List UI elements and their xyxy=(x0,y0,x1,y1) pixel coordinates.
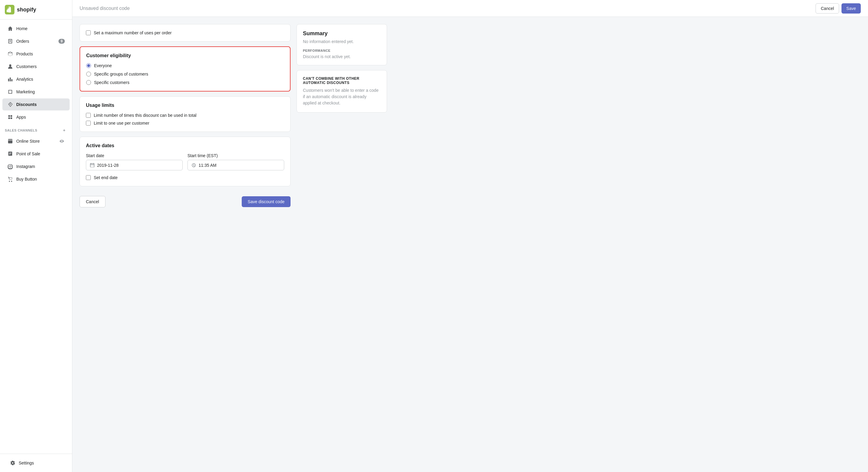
main-form: Set a maximum number of uses per order C… xyxy=(80,24,290,465)
sidebar-item-label: Discounts xyxy=(16,102,65,107)
limit-per-customer-row: Limit to one use per customer xyxy=(86,121,284,126)
eligibility-customers-label[interactable]: Specific customers xyxy=(94,80,129,85)
sidebar-item-customers[interactable]: Customers xyxy=(2,61,70,72)
sidebar-item-discounts[interactable]: Discounts xyxy=(2,98,70,110)
bottom-cancel-button[interactable]: Cancel xyxy=(80,196,105,207)
analytics-icon xyxy=(7,76,13,82)
customer-eligibility-card: Customer eligibility Everyone Specific g… xyxy=(80,46,290,92)
start-time-label: Start time (EST) xyxy=(187,153,284,158)
sidebar-item-label: Home xyxy=(16,26,65,31)
logo-text: shopify xyxy=(17,7,36,13)
sidebar-item-label: Online Store xyxy=(16,139,56,144)
sidebar-item-apps[interactable]: Apps xyxy=(2,111,70,123)
point-of-sale-icon xyxy=(7,151,13,157)
eligibility-specific-customers-radio[interactable] xyxy=(86,80,91,85)
eligibility-groups-row: Specific groups of customers xyxy=(86,72,284,76)
bottom-actions: Cancel Save discount code xyxy=(80,191,290,212)
sidebar-item-label: Products xyxy=(16,52,65,56)
sidebar-item-settings[interactable]: Settings xyxy=(5,457,67,469)
shopify-logo-icon xyxy=(5,5,14,14)
main-content-area: Unsaved discount code Cancel Save Set a … xyxy=(72,0,868,472)
sidebar-item-online-store[interactable]: Online Store xyxy=(2,135,70,147)
sidebar-item-point-of-sale[interactable]: Point of Sale xyxy=(2,148,70,160)
sidebar-item-label: Orders xyxy=(16,39,56,44)
apps-icon xyxy=(7,114,13,120)
start-date-field: Start date xyxy=(86,153,183,170)
sidebar-item-label: Customers xyxy=(16,64,65,69)
content-wrapper: Set a maximum number of uses per order C… xyxy=(72,17,868,472)
header-save-button[interactable]: Save xyxy=(841,3,861,13)
set-end-date-label[interactable]: Set end date xyxy=(94,175,118,180)
summary-card: Summary No information entered yet. PERF… xyxy=(297,24,387,65)
limit-per-customer-checkbox[interactable] xyxy=(86,121,91,126)
sidebar-item-buy-button[interactable]: Buy Button xyxy=(2,173,70,185)
combine-text: Customers won't be able to enter a code … xyxy=(303,87,381,106)
set-end-date-checkbox[interactable] xyxy=(86,175,91,180)
sales-channels-header: SALES CHANNELS xyxy=(0,124,72,135)
date-fields-row: Start date Start tim xyxy=(86,153,284,170)
eligibility-everyone-row: Everyone xyxy=(86,63,284,68)
sidebar-item-instagram[interactable]: Instagram xyxy=(2,161,70,172)
sidebar-item-label: Apps xyxy=(16,115,65,120)
instagram-icon xyxy=(7,164,13,169)
start-time-input-wrapper[interactable] xyxy=(187,160,284,170)
sidebar-item-marketing[interactable]: Marketing xyxy=(2,86,70,98)
sidebar-footer: Settings xyxy=(0,453,72,472)
customers-icon xyxy=(7,64,13,70)
sidebar-item-orders[interactable]: Orders 9 xyxy=(2,35,70,47)
add-channel-button[interactable] xyxy=(61,127,67,133)
start-date-input-wrapper[interactable] xyxy=(86,160,183,170)
active-dates-card: Active dates Start date xyxy=(80,137,290,186)
max-uses-checkbox[interactable] xyxy=(86,30,91,35)
sidebar-item-label: Analytics xyxy=(16,77,65,81)
buy-button-icon xyxy=(7,176,13,182)
max-uses-row: Set a maximum number of uses per order xyxy=(86,30,284,35)
calendar-icon xyxy=(90,163,95,168)
max-uses-label[interactable]: Set a maximum number of uses per order xyxy=(94,30,172,35)
products-icon xyxy=(7,51,13,57)
sidebar-item-analytics[interactable]: Analytics xyxy=(2,73,70,85)
header-actions: Cancel Save xyxy=(815,3,861,13)
performance-label: PERFORMANCE xyxy=(303,49,381,53)
eligibility-customers-row: Specific customers xyxy=(86,80,284,85)
summary-title: Summary xyxy=(303,30,381,37)
sidebar-logo: shopify xyxy=(0,0,72,20)
page-title: Unsaved discount code xyxy=(80,6,130,11)
limit-per-customer-label[interactable]: Limit to one use per customer xyxy=(94,121,149,126)
sidebar-item-label: Marketing xyxy=(16,90,65,94)
online-store-icon xyxy=(7,138,13,144)
eligibility-groups-label[interactable]: Specific groups of customers xyxy=(94,72,148,76)
customer-eligibility-title: Customer eligibility xyxy=(86,53,284,58)
eligibility-everyone-label[interactable]: Everyone xyxy=(94,63,112,68)
eligibility-everyone-radio[interactable] xyxy=(86,63,91,68)
limit-total-row: Limit number of times this discount can … xyxy=(86,113,284,118)
header-cancel-button[interactable]: Cancel xyxy=(815,3,839,13)
bottom-save-discount-button[interactable]: Save discount code xyxy=(242,196,290,207)
summary-empty-text: No information entered yet. xyxy=(303,39,381,44)
max-uses-card: Set a maximum number of uses per order xyxy=(80,24,290,41)
sidebar-item-label: Instagram xyxy=(16,164,65,169)
performance-text: Discount is not active yet. xyxy=(303,54,381,59)
set-end-date-row: Set end date xyxy=(86,175,284,180)
discounts-icon xyxy=(7,101,13,107)
sidebar-item-label: Point of Sale xyxy=(16,151,65,156)
limit-total-checkbox[interactable] xyxy=(86,113,91,118)
combine-card: CAN'T COMBINE WITH OTHER AUTOMATIC DISCO… xyxy=(297,70,387,112)
usage-limits-card: Usage limits Limit number of times this … xyxy=(80,96,290,132)
usage-limits-title: Usage limits xyxy=(86,103,284,108)
eligibility-groups-radio[interactable] xyxy=(86,72,91,76)
sales-channels-label: SALES CHANNELS xyxy=(5,129,37,132)
right-sidebar: Summary No information entered yet. PERF… xyxy=(297,24,387,465)
sidebar-item-label: Settings xyxy=(19,461,62,465)
start-time-field: Start time (EST) xyxy=(187,153,284,170)
sidebar-navigation: Home Orders 9 Products xyxy=(0,20,72,453)
clock-icon xyxy=(191,163,196,168)
sidebar-item-home[interactable]: Home xyxy=(2,23,70,35)
combine-title: CAN'T COMBINE WITH OTHER AUTOMATIC DISCO… xyxy=(303,76,381,85)
start-time-input[interactable] xyxy=(198,163,280,168)
active-dates-title: Active dates xyxy=(86,143,284,148)
start-date-input[interactable] xyxy=(97,163,179,168)
sidebar-item-label: Buy Button xyxy=(16,177,65,181)
sidebar-item-products[interactable]: Products xyxy=(2,48,70,60)
limit-total-label[interactable]: Limit number of times this discount can … xyxy=(94,113,196,118)
